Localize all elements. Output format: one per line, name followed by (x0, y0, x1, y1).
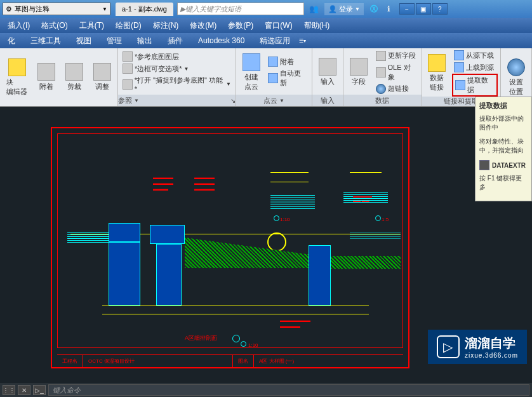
tab-expand-icon[interactable]: ☰▾ (299, 38, 306, 44)
command-input[interactable]: 键入命令 (48, 384, 529, 396)
panel-title-pointcloud[interactable]: 点云 ▼ (236, 95, 312, 106)
set-location-button[interactable]: 设置 位置 (503, 57, 529, 98)
menu-bar: 插入(I) 格式(O) 工具(T) 绘图(D) 标注(N) 修改(M) 参数(P… (0, 18, 532, 33)
dwg-line (350, 172, 382, 173)
tb-label: 图名 (233, 355, 254, 367)
tab-output[interactable]: 输出 (130, 33, 160, 49)
cmd-icon (479, 160, 489, 170)
tooltip-desc2: 将对象特性、块中，并指定指向 (479, 137, 528, 155)
dwg-vegetation (331, 256, 401, 269)
tooltip-panel: 提取数据 提取外部源中的图件中 将对象特性、块中，并指定指向 DATAEXTR … (475, 97, 532, 201)
tb-value: A区 大样图 (一) (254, 355, 403, 367)
tab-plugin[interactable]: 插件 (160, 33, 190, 49)
drawing-content: 1:10 1:5 (58, 134, 402, 347)
menu-format[interactable]: 格式(O) (41, 20, 67, 31)
minimize-button[interactable]: − (399, 3, 415, 15)
info-icon[interactable]: ℹ (384, 4, 394, 14)
attach-button[interactable]: 附着 (34, 62, 59, 93)
tab-featured[interactable]: 精选应用 (252, 33, 298, 49)
dwg-vegetation (185, 238, 309, 268)
dwg-block (309, 245, 331, 306)
panel-title-reference[interactable]: 参照 ▼ ↘ (118, 95, 236, 106)
hyperlink-button[interactable]: 超链接 (374, 83, 419, 95)
menu-parameter[interactable]: 参数(P) (228, 20, 253, 31)
dwg-annotation: ▬▬▬▬▬▬▬▬▬▬ (280, 318, 337, 330)
dwg-circle (232, 335, 240, 342)
drawing-viewport[interactable]: 1:10 1:5 (0, 107, 532, 383)
workspace-label: 草图与注释 (15, 4, 50, 14)
file-tab[interactable]: a-1 - 副本.dwg (116, 3, 173, 16)
menu-insert[interactable]: 插入(I) (8, 20, 30, 31)
upload-button[interactable]: 上载到源 (452, 62, 498, 73)
cmd-close-button[interactable]: ✕ (18, 385, 30, 395)
ribbon-panel-reference: *参考底图图层 *边框可变选项* ▼ *打开 "捕捉到参考底图" 功能* ▼ 参… (118, 48, 236, 106)
tooltip-title: 提取数据 (479, 101, 528, 111)
menu-dimension[interactable]: 标注(N) (153, 20, 179, 31)
menu-modify[interactable]: 修改(M) (190, 20, 216, 31)
field-button[interactable]: 字段 (346, 57, 371, 88)
input-button[interactable]: 输入 (315, 57, 340, 88)
cmd-handle-button[interactable]: ⋮⋮ (3, 385, 15, 395)
ole-object-button[interactable]: OLE 对象 (374, 62, 419, 83)
ribbon-panel-input: 输入 输入 (312, 48, 343, 106)
snap-func-button[interactable]: *打开 "捕捉到参考底图" 功能* ▼ (121, 75, 233, 93)
people-icon[interactable]: 👥 (309, 4, 319, 14)
menu-help[interactable]: 帮助(H) (304, 20, 330, 31)
tab-view[interactable]: 视图 (69, 33, 99, 49)
auto-update-button[interactable]: 自动更新 (266, 68, 309, 88)
dwg-circle (375, 215, 381, 221)
tb-label: 工程名 (57, 355, 83, 367)
menu-tools[interactable]: 工具(T) (79, 20, 104, 31)
create-cloud-button[interactable]: 创建 点云 (239, 52, 264, 93)
tab-autodesk360[interactable]: Autodesk 360 (190, 34, 252, 48)
attach-icon (37, 63, 55, 81)
restore-button[interactable]: ▣ (416, 3, 431, 15)
border-option-button[interactable]: *边框可变选项* ▼ (121, 63, 233, 74)
tooltip-command: DATAEXTR (479, 160, 528, 170)
dwg-block (109, 242, 140, 306)
menu-window[interactable]: 窗口(W) (265, 20, 292, 31)
cloud-attach-button[interactable]: 附着 (266, 56, 309, 67)
clip-button[interactable]: 剪裁 (62, 62, 87, 93)
border-icon (123, 64, 133, 74)
extract-data-button[interactable]: 提取数据 (452, 74, 498, 97)
update-field-button[interactable]: 更新字段 (374, 50, 419, 62)
dwg-line (270, 182, 309, 182)
tab-3dtool[interactable]: 三维工具 (23, 33, 69, 49)
block-editor-button[interactable]: 块 编辑器 (3, 57, 31, 98)
adjust-button[interactable]: 调整 (90, 62, 115, 93)
dwg-hatch (350, 232, 401, 240)
panel-title-data: 数据 (343, 95, 421, 106)
block-editor-icon (8, 58, 26, 76)
dwg-annotation: ▬▬▬▬▬▬▬▬▬▬▬▬ (194, 175, 229, 192)
snap-icon (123, 79, 133, 90)
dropdown-arrow-icon: ▼ (102, 6, 107, 12)
panel-title-input: 输入 (312, 95, 343, 106)
search-input[interactable]: ▶ 键入关键字或短语 (177, 3, 304, 15)
download-button[interactable]: 从源下载 (452, 50, 498, 61)
globe-big-icon (507, 58, 525, 76)
cmd-prompt-button[interactable]: ▷_ (33, 385, 46, 395)
title-block: 工程名 OCTC 保湿项目设计 图名 A区 大样图 (一) (57, 354, 403, 367)
help-button[interactable]: ? (432, 3, 448, 15)
ref-layer-button[interactable]: *参考底图图层 (121, 51, 233, 62)
play-icon: ▷ (437, 335, 460, 358)
clip-icon (65, 63, 83, 81)
tab-manage[interactable]: 管理 (99, 33, 130, 49)
dwg-hatch (270, 194, 315, 210)
workspace-dropdown[interactable]: ⚙ 草图与注释 ▼ (3, 3, 110, 15)
dwg-circle (241, 341, 246, 347)
login-button[interactable]: 👤 登录 ▼ (324, 3, 364, 15)
tooltip-desc1: 提取外部源中的图件中 (479, 114, 528, 132)
watermark: ▷ 溜溜自学 zixue.3d66.com (428, 330, 527, 364)
dwg-baseline (102, 306, 369, 306)
exchange-icon[interactable]: Ⓧ (369, 4, 379, 14)
drawing-frame: 1:10 1:5 (51, 127, 409, 368)
tab-draw[interactable]: 化 (0, 33, 23, 49)
dwg-callout-circle (267, 232, 286, 252)
dwg-annotation: ▬▬▬▬▬▬▬▬▬▬▬ (153, 175, 188, 192)
menu-draw[interactable]: 绘图(D) (116, 20, 142, 31)
dwg-block (156, 244, 182, 306)
data-link-button[interactable]: 数据 链接 (425, 53, 450, 93)
ribbon-panel-block: 块 编辑器 附着 剪裁 调整 (0, 48, 118, 106)
